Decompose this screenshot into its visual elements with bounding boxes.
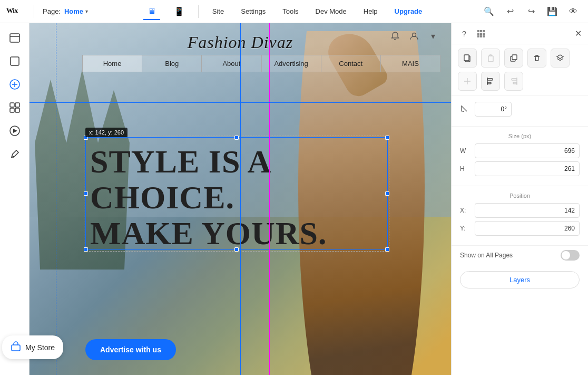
page-arrow-icon: ▾ xyxy=(85,8,88,14)
panel-header: ? ✕ xyxy=(452,23,588,44)
site-nav-item[interactable]: Site xyxy=(209,5,227,17)
my-store-button[interactable]: My Store xyxy=(2,335,63,359)
sidebar-pages-icon[interactable] xyxy=(4,27,25,49)
svg-rect-28 xyxy=(487,79,493,80)
svg-rect-24 xyxy=(464,55,469,61)
left-sidebar xyxy=(0,23,30,375)
panel-close-icon[interactable]: ✕ xyxy=(575,28,582,39)
mobile-view-icon[interactable]: 📱 xyxy=(171,3,188,20)
align-right-tool-btn[interactable] xyxy=(504,72,523,91)
search-icon[interactable]: 🔍 xyxy=(481,3,497,20)
svg-rect-31 xyxy=(512,79,517,80)
align-left-tool-btn[interactable] xyxy=(481,72,500,91)
nav-blog[interactable]: Blog xyxy=(142,55,202,72)
help-nav-item[interactable]: Help xyxy=(360,5,381,17)
headline-line2: CHOICE. xyxy=(90,179,430,215)
y-row: Y: xyxy=(460,221,580,236)
width-label: W xyxy=(460,147,471,155)
page-name: Home xyxy=(64,7,83,15)
advertise-button[interactable]: Advertise with us xyxy=(85,339,176,360)
sidebar-blog-icon[interactable] xyxy=(4,143,25,165)
bell-icon[interactable] xyxy=(388,28,403,43)
panel-toolbar xyxy=(452,44,588,95)
sidebar-apps-icon[interactable] xyxy=(4,97,25,118)
toolbar-divider xyxy=(34,5,34,18)
svg-rect-16 xyxy=(483,30,485,32)
svg-rect-25 xyxy=(488,56,493,62)
save-icon[interactable]: 💾 xyxy=(544,3,561,20)
svg-rect-8 xyxy=(15,103,19,107)
svg-rect-17 xyxy=(477,33,479,35)
coordinate-tooltip: x: 142, y: 260 xyxy=(85,128,128,137)
svg-rect-18 xyxy=(480,33,482,35)
toolbar-center: 🖥 📱 Site Settings Tools Dev Mode Help Up… xyxy=(96,3,472,20)
layers-button[interactable]: Layers xyxy=(460,271,580,289)
show-on-all-pages-toggle[interactable] xyxy=(561,250,580,261)
svg-text:Wix: Wix xyxy=(6,6,18,14)
position-section: Position X: Y: xyxy=(452,186,588,246)
site-navigation: Home Blog About Advertising Contact MAIS xyxy=(82,55,440,72)
duplicate-tool-btn[interactable] xyxy=(504,49,523,68)
site-header-icons: ▾ xyxy=(388,28,440,43)
headline-line3: MAKE YOURS. xyxy=(90,215,430,251)
svg-rect-19 xyxy=(483,33,485,35)
size-label: Size (px) xyxy=(460,133,580,139)
nav-advertising[interactable]: Advertising xyxy=(262,55,321,72)
svg-rect-27 xyxy=(512,55,517,60)
layers-tool-btn[interactable] xyxy=(551,49,570,68)
hero-headline[interactable]: STYLE IS A CHOICE. MAKE YOURS. xyxy=(90,143,430,252)
height-input[interactable] xyxy=(475,161,580,176)
tools-nav-item[interactable]: Tools xyxy=(279,5,301,17)
sidebar-media-icon[interactable] xyxy=(4,120,25,141)
devmode-nav-item[interactable]: Dev Mode xyxy=(312,5,350,17)
redo-icon[interactable]: ↪ xyxy=(523,3,540,20)
paste-tool-btn[interactable] xyxy=(481,49,500,68)
show-on-all-pages-row: Show on All Pages xyxy=(452,246,588,265)
svg-rect-29 xyxy=(487,82,491,84)
sidebar-elements-icon[interactable] xyxy=(4,51,25,72)
angle-section xyxy=(452,95,588,127)
desktop-view-icon[interactable]: 🖥 xyxy=(143,3,160,20)
show-on-all-pages-label: Show on All Pages xyxy=(460,252,513,259)
upgrade-nav-item[interactable]: Upgrade xyxy=(391,5,426,17)
width-input[interactable] xyxy=(475,143,580,158)
sidebar-add-icon[interactable] xyxy=(4,74,25,95)
page-selector[interactable]: Page: Home ▾ xyxy=(43,7,88,15)
settings-nav-item[interactable]: Settings xyxy=(238,5,269,17)
arrange-tool-btn[interactable] xyxy=(458,72,477,91)
nav-contact[interactable]: Contact xyxy=(321,55,381,72)
position-label: Position xyxy=(460,193,580,199)
y-input[interactable] xyxy=(475,221,580,236)
svg-rect-1 xyxy=(10,34,19,42)
angle-icon xyxy=(460,104,471,114)
copy-tool-btn[interactable] xyxy=(458,49,477,68)
undo-icon[interactable]: ↩ xyxy=(502,3,518,20)
top-toolbar: Wix Page: Home ▾ 🖥 📱 Site Settings Tools… xyxy=(0,0,588,23)
svg-rect-21 xyxy=(480,35,482,37)
preview-icon[interactable]: 👁 xyxy=(565,3,582,20)
canvas-area: Fashion Divaz ▾ Home Blog About Advertis… xyxy=(30,23,451,375)
delete-tool-btn[interactable] xyxy=(527,49,546,68)
svg-rect-15 xyxy=(480,30,482,32)
x-label: X: xyxy=(460,207,471,214)
svg-rect-3 xyxy=(11,57,19,65)
x-input[interactable] xyxy=(475,203,580,218)
panel-header-icons: ? xyxy=(458,27,487,40)
svg-rect-7 xyxy=(10,103,14,107)
user-icon[interactable] xyxy=(407,28,422,43)
grid-panel-icon[interactable] xyxy=(475,27,487,40)
svg-rect-10 xyxy=(15,108,19,112)
svg-rect-14 xyxy=(477,30,479,32)
nav-mais[interactable]: MAIS xyxy=(381,55,440,72)
dropdown-arrow-icon[interactable]: ▾ xyxy=(426,28,440,43)
nav-about[interactable]: About xyxy=(202,55,261,72)
right-properties-panel: ? ✕ xyxy=(451,23,588,375)
angle-input[interactable] xyxy=(475,102,512,117)
toolbar-actions: 🔍 ↩ ↪ 💾 👁 xyxy=(481,3,582,20)
size-section: Size (px) W H xyxy=(452,127,588,186)
nav-home[interactable]: Home xyxy=(83,55,142,72)
svg-rect-20 xyxy=(477,35,479,37)
height-label: H xyxy=(460,165,471,172)
help-panel-icon[interactable]: ? xyxy=(458,27,471,40)
my-store-icon xyxy=(11,341,21,354)
